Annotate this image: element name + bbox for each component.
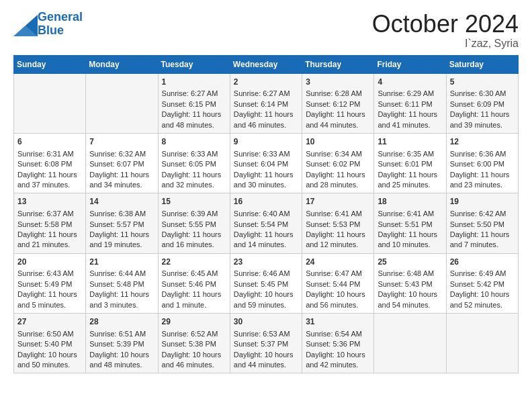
col-header-tuesday: Tuesday [158, 55, 230, 73]
day-cell [14, 73, 86, 133]
day-info-line: Sunrise: 6:33 AM [234, 149, 298, 159]
day-number: 16 [234, 196, 298, 208]
day-number: 18 [378, 196, 442, 208]
day-info-line: Sunset: 6:04 PM [234, 159, 298, 169]
day-info-line: Daylight: 10 hours and 44 minutes. [234, 350, 298, 371]
day-number: 27 [17, 316, 82, 328]
day-info-line: Sunrise: 6:47 AM [306, 269, 370, 279]
day-number: 28 [89, 316, 154, 328]
day-info-line: Sunrise: 6:32 AM [89, 149, 154, 159]
day-info-line: Sunset: 5:43 PM [378, 279, 442, 289]
day-number: 11 [378, 136, 442, 148]
day-info-line: Daylight: 10 hours and 50 minutes. [17, 350, 82, 371]
day-info-line: Sunset: 5:36 PM [306, 339, 370, 349]
day-number: 5 [450, 77, 515, 88]
day-info-line: Daylight: 11 hours and 7 minutes. [450, 230, 515, 250]
day-cell: 9Sunrise: 6:33 AMSunset: 6:04 PMDaylight… [230, 133, 302, 193]
day-info-line: Daylight: 11 hours and 21 minutes. [17, 230, 82, 250]
col-header-sunday: Sunday [14, 55, 86, 73]
day-info-line: Sunset: 6:14 PM [234, 99, 298, 109]
day-number: 24 [306, 257, 370, 268]
day-cell: 25Sunrise: 6:48 AMSunset: 5:43 PMDayligh… [374, 253, 446, 313]
day-cell: 3Sunrise: 6:28 AMSunset: 6:12 PMDaylight… [302, 73, 374, 133]
day-number: 26 [450, 257, 515, 268]
day-info-line: Daylight: 11 hours and 32 minutes. [162, 170, 226, 191]
day-info-line: Sunset: 5:39 PM [89, 339, 154, 349]
calendar-header: SundayMondayTuesdayWednesdayThursdayFrid… [14, 55, 519, 73]
day-number: 8 [162, 136, 226, 148]
col-header-friday: Friday [374, 55, 446, 73]
day-number: 19 [450, 196, 515, 208]
day-number: 17 [306, 196, 370, 208]
day-info-line: Sunrise: 6:28 AM [306, 89, 370, 99]
day-info-line: Daylight: 11 hours and 30 minutes. [234, 170, 298, 191]
day-info-line: Sunset: 6:08 PM [17, 159, 82, 169]
logo-general: General [38, 10, 83, 24]
day-info-line: Daylight: 11 hours and 10 minutes. [378, 230, 442, 250]
day-info-line: Sunset: 5:48 PM [89, 279, 154, 289]
day-info-line: Sunset: 6:02 PM [306, 159, 370, 169]
day-number: 29 [162, 316, 226, 328]
day-info-line: Sunrise: 6:48 AM [378, 269, 442, 279]
day-cell: 28Sunrise: 6:51 AMSunset: 5:39 PMDayligh… [86, 314, 158, 373]
day-cell [86, 73, 158, 133]
day-info-line: Sunrise: 6:50 AM [17, 329, 82, 339]
day-info-line: Daylight: 11 hours and 39 minutes. [450, 109, 515, 130]
day-number: 22 [162, 257, 226, 268]
col-header-wednesday: Wednesday [230, 55, 302, 73]
day-info-line: Sunrise: 6:36 AM [450, 149, 515, 159]
day-cell [446, 314, 518, 373]
day-info-line: Daylight: 10 hours and 48 minutes. [89, 350, 154, 371]
day-info-line: Sunrise: 6:45 AM [162, 269, 226, 279]
day-info-line: Daylight: 11 hours and 48 minutes. [162, 109, 226, 130]
day-info-line: Daylight: 10 hours and 59 minutes. [234, 289, 298, 310]
day-number: 23 [234, 257, 298, 268]
day-info-line: Sunrise: 6:51 AM [89, 329, 154, 339]
day-number: 13 [17, 196, 82, 208]
day-cell: 26Sunrise: 6:49 AMSunset: 5:42 PMDayligh… [446, 253, 518, 313]
page-header: General Blue October 2024 I`zaz, Syria [13, 11, 519, 50]
day-info-line: Sunset: 5:46 PM [162, 279, 226, 289]
day-info-line: Sunset: 6:15 PM [162, 99, 226, 109]
day-info-line: Sunrise: 6:30 AM [450, 89, 515, 99]
day-number: 4 [378, 77, 442, 88]
day-cell [374, 314, 446, 373]
day-info-line: Sunrise: 6:54 AM [306, 329, 370, 339]
day-info-line: Sunset: 6:01 PM [378, 159, 442, 169]
week-row-3: 13Sunrise: 6:37 AMSunset: 5:58 PMDayligh… [14, 193, 519, 253]
day-info-line: Sunset: 5:50 PM [450, 220, 515, 230]
day-info-line: Daylight: 11 hours and 1 minute. [162, 289, 226, 310]
day-info-line: Sunrise: 6:43 AM [17, 269, 82, 279]
day-info-line: Sunrise: 6:40 AM [234, 209, 298, 219]
day-cell: 18Sunrise: 6:41 AMSunset: 5:51 PMDayligh… [374, 193, 446, 253]
day-info-line: Sunset: 5:58 PM [17, 220, 82, 230]
calendar-table: SundayMondayTuesdayWednesdayThursdayFrid… [13, 55, 519, 374]
day-info-line: Daylight: 10 hours and 56 minutes. [306, 289, 370, 310]
day-info-line: Sunrise: 6:53 AM [234, 329, 298, 339]
day-info-line: Daylight: 11 hours and 34 minutes. [89, 170, 154, 191]
day-number: 9 [234, 136, 298, 148]
week-row-4: 20Sunrise: 6:43 AMSunset: 5:49 PMDayligh… [14, 253, 519, 313]
day-info-line: Sunrise: 6:34 AM [306, 149, 370, 159]
day-info-line: Sunset: 5:40 PM [17, 339, 82, 349]
day-cell: 24Sunrise: 6:47 AMSunset: 5:44 PMDayligh… [302, 253, 374, 313]
day-cell: 4Sunrise: 6:29 AMSunset: 6:11 PMDaylight… [374, 73, 446, 133]
day-info-line: Sunrise: 6:29 AM [378, 89, 442, 99]
day-info-line: Sunrise: 6:27 AM [162, 89, 226, 99]
day-number: 10 [306, 136, 370, 148]
day-info-line: Sunrise: 6:35 AM [378, 149, 442, 159]
day-info-line: Daylight: 11 hours and 16 minutes. [162, 230, 226, 250]
col-header-monday: Monday [86, 55, 158, 73]
calendar-subtitle: I`zaz, Syria [372, 38, 519, 50]
day-info-line: Daylight: 11 hours and 19 minutes. [89, 230, 154, 250]
day-info-line: Daylight: 10 hours and 42 minutes. [306, 350, 370, 371]
day-info-line: Sunset: 5:44 PM [306, 279, 370, 289]
day-cell: 11Sunrise: 6:35 AMSunset: 6:01 PMDayligh… [374, 133, 446, 193]
day-cell: 22Sunrise: 6:45 AMSunset: 5:46 PMDayligh… [158, 253, 230, 313]
day-cell: 14Sunrise: 6:38 AMSunset: 5:57 PMDayligh… [86, 193, 158, 253]
day-number: 12 [450, 136, 515, 148]
day-number: 6 [17, 136, 82, 148]
day-cell: 13Sunrise: 6:37 AMSunset: 5:58 PMDayligh… [14, 193, 86, 253]
day-info-line: Sunset: 6:00 PM [450, 159, 515, 169]
logo-blue: Blue [38, 24, 64, 37]
